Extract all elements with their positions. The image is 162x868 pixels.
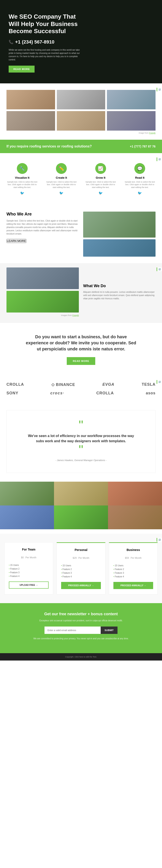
what-description: Aliquam eleifend mi in nulla posuere. Le… bbox=[83, 290, 156, 300]
what-caption: Images from Freepik bbox=[6, 314, 79, 316]
feature-title-1: Visualize It bbox=[6, 176, 38, 179]
logo-crolla-1: CROLLA bbox=[6, 382, 24, 387]
what-title: What We Do bbox=[83, 284, 156, 288]
what-we-do-section: Images from Freepik What We Do Aliquam e… bbox=[0, 263, 162, 323]
who-image-1 bbox=[83, 212, 156, 238]
what-image-2 bbox=[6, 291, 79, 312]
feature-card-3: 📈 Grow It Sample text. Click to select t… bbox=[83, 160, 119, 198]
who-left: Who We Are Sample text. Click to select … bbox=[6, 212, 79, 257]
photo-cell-2 bbox=[57, 90, 106, 110]
logo-evga: EVGA bbox=[103, 382, 114, 387]
plan-features-business: 15 Users Feature 2 Feature 3 Feature 4 bbox=[113, 564, 153, 579]
photo-caption-link[interactable]: Freepik bbox=[149, 132, 156, 134]
plan-price-personal: $29 Per Month bbox=[61, 553, 101, 560]
photo-cell-5 bbox=[57, 111, 106, 131]
hero-section: We SEO Company That Will Help Your Busin… bbox=[0, 0, 162, 83]
plan-feature-free-1: 15 Users bbox=[9, 563, 49, 567]
plan-cta-business[interactable]: Proceed Annually → bbox=[113, 582, 153, 589]
pricing-card-business: Business $59 Per Month 15 Users Feature … bbox=[109, 542, 158, 594]
plan-cta-personal[interactable]: Proceed Annually → bbox=[61, 582, 101, 589]
plan-feature-personal-3: Feature 3 bbox=[61, 571, 101, 575]
features-section: 🔧 Visualize It Sample text. Click to sel… bbox=[0, 153, 162, 205]
plan-price-business: $59 Per Month bbox=[113, 553, 153, 560]
who-learn-more-button[interactable]: LEARN MORE bbox=[6, 239, 26, 243]
hero-phone-row: 📞 +1 (234) 567-8910 bbox=[9, 39, 153, 45]
plan-feature-free-3: Feature 3 bbox=[9, 571, 49, 574]
newsletter-section: Get our free newsletter + bonus content … bbox=[0, 603, 162, 653]
rc-badge: 🔄 bbox=[157, 88, 162, 91]
newsletter-title: Get our free newsletter + bonus content bbox=[6, 612, 156, 616]
hero-cta-button[interactable]: READ MORE bbox=[9, 66, 35, 72]
rc-badge-pricing: 🔄 bbox=[157, 538, 162, 541]
roofing-text: If you require roofing services or roofi… bbox=[6, 145, 92, 148]
newsletter-submit-button[interactable]: SUBMIT bbox=[100, 626, 118, 634]
plan-feature-personal-4: Feature 4 bbox=[61, 575, 101, 579]
plan-feature-business-2: Feature 2 bbox=[113, 567, 153, 571]
gallery-cell-5 bbox=[54, 505, 108, 529]
logo-crolla-2: CROLLA bbox=[96, 391, 114, 396]
footer: Copyright. Click here to edit the Text. bbox=[0, 653, 162, 660]
close-quote: " bbox=[24, 446, 138, 454]
feature-icon-1: 🔧 bbox=[17, 163, 28, 174]
plan-features-personal: 15 Users Feature 2 Feature 3 Feature 4 bbox=[61, 564, 101, 579]
plan-cta-free[interactable]: Upload Free → bbox=[9, 582, 49, 589]
feature-icon-4: 💬 bbox=[134, 163, 145, 174]
plan-feature-personal-1: 15 Users bbox=[61, 564, 101, 567]
photo-cell-1 bbox=[6, 90, 55, 110]
newsletter-email-input[interactable] bbox=[44, 626, 100, 634]
feature-card-1: 🔧 Visualize It Sample text. Click to sel… bbox=[4, 160, 40, 198]
testimonial-quote: We've seen a lot of efficiency in our wo… bbox=[24, 433, 138, 444]
photo-caption: Image from Freepik bbox=[6, 131, 156, 137]
pricing-card-free: For Team $0 Per Month 15 Users Feature 2… bbox=[4, 542, 53, 594]
cta-text: Do you want to start a business, but do … bbox=[25, 334, 137, 352]
twitter-icon-4[interactable]: 🐦 bbox=[137, 191, 142, 195]
who-we-are-section: Who We Are Sample text. Click to select … bbox=[0, 205, 162, 263]
who-image-2 bbox=[83, 239, 156, 257]
plan-feature-business-4: Feature 4 bbox=[113, 575, 153, 579]
feature-desc-1: Sample text. Click to select the text bo… bbox=[6, 181, 38, 189]
plan-feature-business-1: 15 Users bbox=[113, 564, 153, 567]
testimonial-author: - James Hawkes, General Manager Operatio… bbox=[55, 459, 107, 462]
plan-feature-personal-2: Feature 2 bbox=[61, 567, 101, 571]
hero-title: We SEO Company That Will Help Your Busin… bbox=[9, 13, 78, 35]
feature-title-4: Read It bbox=[124, 176, 156, 179]
feature-card-2: ✏️ Create It Sample text. Click to selec… bbox=[44, 160, 80, 198]
cta-section: Do you want to start a business, but do … bbox=[0, 323, 162, 376]
footer-text: Copyright. Click here to edit the Text. bbox=[6, 656, 156, 658]
cta-button[interactable]: READ MORE bbox=[67, 357, 95, 365]
gallery-cell-6 bbox=[108, 505, 162, 529]
testimonial-section: " We've seen a lot of efficiency in our … bbox=[6, 410, 156, 473]
logo-crocs: crocs· bbox=[50, 391, 65, 396]
hero-description: While we were not the first hosting and … bbox=[9, 48, 82, 61]
photo-cell-4 bbox=[6, 111, 55, 131]
feature-desc-4: Sample text. Click to select the text bo… bbox=[124, 181, 156, 189]
twitter-icon-1[interactable]: 🐦 bbox=[20, 191, 25, 195]
twitter-icon-2[interactable]: 🐦 bbox=[59, 191, 64, 195]
photo-cell-3 bbox=[107, 90, 156, 110]
gallery-cell-2 bbox=[54, 482, 108, 505]
gallery-cell-1 bbox=[0, 482, 54, 505]
twitter-icon-3[interactable]: 🐦 bbox=[98, 191, 103, 195]
gallery-cell-4 bbox=[0, 505, 54, 529]
pricing-section: For Team $0 Per Month 15 Users Feature 2… bbox=[0, 534, 162, 603]
plan-feature-business-3: Feature 3 bbox=[113, 571, 153, 575]
who-grid: Who We Are Sample text. Click to select … bbox=[6, 212, 156, 257]
logo-binance: ◇ BINANCE bbox=[51, 382, 75, 387]
what-caption-link[interactable]: Freepik bbox=[72, 314, 79, 316]
gallery-grid bbox=[0, 482, 162, 529]
plan-feature-free-2: Feature 2 bbox=[9, 567, 49, 571]
roofing-phone: +1 (777) 787 87 76 bbox=[130, 145, 156, 148]
gallery-section bbox=[0, 477, 162, 534]
rc-badge-logos: 🔄 bbox=[157, 380, 162, 384]
logos-row-1: CROLLA ◇ BINANCE EVGA TESLA bbox=[6, 382, 156, 387]
newsletter-description: Excepteur sint occaecat cupidatat non pr… bbox=[6, 619, 156, 622]
feature-desc-2: Sample text. Click to select the text bo… bbox=[45, 181, 78, 189]
photo-cell-6 bbox=[107, 111, 156, 131]
pricing-grid: For Team $0 Per Month 15 Users Feature 2… bbox=[4, 542, 158, 594]
feature-title-2: Create It bbox=[45, 176, 78, 179]
newsletter-form: SUBMIT bbox=[6, 626, 156, 634]
who-right bbox=[83, 212, 156, 257]
open-quote: " bbox=[24, 421, 138, 429]
logos-section: CROLLA ◇ BINANCE EVGA TESLA SONY crocs· … bbox=[0, 376, 162, 406]
feature-title-3: Grow It bbox=[84, 176, 117, 179]
